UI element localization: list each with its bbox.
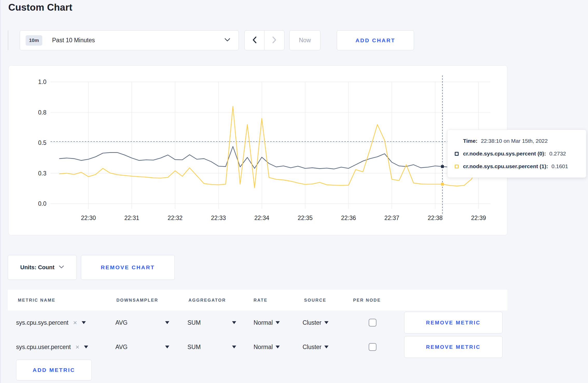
caret-down-icon — [232, 321, 236, 324]
user-percent-swatch-icon — [455, 165, 459, 168]
svg-text:22:33: 22:33 — [211, 215, 226, 221]
svg-text:22:39: 22:39 — [471, 215, 486, 221]
svg-text:22:34: 22:34 — [254, 215, 269, 221]
now-button[interactable]: Now — [289, 30, 320, 50]
time-range-label: Past 10 Minutes — [52, 37, 95, 44]
rate-value: Normal — [254, 319, 273, 326]
caret-down-icon — [276, 321, 280, 324]
source-select[interactable]: Cluster — [303, 344, 328, 351]
chevron-down-icon — [59, 265, 64, 270]
svg-text:0.8: 0.8 — [38, 109, 46, 116]
downsampler-value: AVG — [115, 344, 128, 351]
per-node-checkbox[interactable] — [369, 319, 376, 327]
metric-name-value: sys.cpu.user.percent — [16, 344, 71, 351]
metrics-table-header: METRIC NAME DOWNSAMPLER AGGREGATOR RATE … — [8, 290, 507, 310]
tooltip-time-row: Time: 22:38:10 on Mar 15th, 2022 — [455, 138, 581, 144]
metric-name-select[interactable]: sys.cpu.user.percent × — [16, 343, 88, 351]
col-header-aggregator: AGGREGATOR — [188, 298, 226, 303]
units-label: Units: Count — [20, 264, 54, 271]
metric-name-value: sys.cpu.sys.percent — [16, 319, 68, 326]
chevron-right-icon — [272, 36, 277, 45]
remove-metric-button[interactable]: REMOVE METRIC — [404, 312, 502, 334]
tooltip-series-row: cr.node.sys.cpu.user.percent (1): 0.1601 — [455, 163, 581, 169]
remove-chart-button[interactable]: REMOVE CHART — [81, 255, 175, 280]
per-node-checkbox[interactable] — [369, 343, 376, 351]
metric-name-select[interactable]: sys.cpu.sys.percent × — [16, 319, 86, 327]
svg-text:22:30: 22:30 — [81, 215, 96, 221]
aggregator-select[interactable]: SUM — [187, 344, 236, 351]
tooltip-series-value: 0.1601 — [551, 163, 568, 169]
downsampler-value: AVG — [115, 319, 128, 326]
col-header-metric-name: METRIC NAME — [18, 298, 55, 303]
clear-metric-icon[interactable]: × — [73, 319, 77, 327]
source-select[interactable]: Cluster — [303, 319, 328, 326]
aggregator-select[interactable]: SUM — [187, 319, 236, 326]
chevron-down-icon — [224, 38, 231, 43]
downsampler-select[interactable]: AVG — [115, 319, 169, 326]
tooltip-time-value: 22:38:10 on Mar 15th, 2022 — [481, 138, 548, 144]
prev-interval-button[interactable] — [245, 31, 264, 50]
custom-chart-page: Custom Chart 10m Past 10 Minutes Now ADD… — [0, 0, 588, 383]
caret-down-icon — [165, 346, 169, 349]
add-metric-button[interactable]: ADD METRIC — [16, 360, 92, 380]
caret-down-icon — [82, 321, 86, 324]
tooltip-series-row: cr.node.sys.cpu.sys.percent (0): 0.2732 — [455, 151, 581, 157]
chart-hover-tooltip: Time: 22:38:10 on Mar 15th, 2022 cr.node… — [447, 130, 586, 178]
col-header-rate: RATE — [254, 298, 268, 303]
remove-metric-button[interactable]: REMOVE METRIC — [404, 336, 502, 358]
svg-text:22:37: 22:37 — [384, 215, 400, 221]
svg-text:22:35: 22:35 — [298, 215, 313, 221]
clear-metric-icon[interactable]: × — [75, 343, 79, 351]
cpu-percent-line-chart[interactable]: 0.00.30.50.81.022:3022:3122:3222:3322:34… — [9, 66, 507, 235]
caret-down-icon — [84, 346, 88, 349]
time-range-dropdown[interactable]: 10m Past 10 Minutes — [20, 30, 239, 50]
aggregator-value: SUM — [187, 344, 201, 351]
add-chart-button[interactable]: ADD CHART — [337, 30, 414, 50]
svg-text:0.5: 0.5 — [38, 139, 46, 146]
next-interval-button[interactable] — [264, 31, 284, 50]
col-header-per-node: PER NODE — [353, 298, 381, 303]
svg-text:22:38: 22:38 — [428, 215, 443, 221]
tooltip-series-label: cr.node.sys.cpu.user.percent (1): — [463, 163, 548, 169]
sys-percent-swatch-icon — [455, 152, 459, 156]
col-header-downsampler: DOWNSAMPLER — [116, 298, 158, 303]
caret-down-icon — [165, 321, 169, 324]
tooltip-series-label: cr.node.sys.cpu.sys.percent (0): — [463, 151, 546, 157]
caret-down-icon — [232, 346, 236, 349]
col-header-source: SOURCE — [304, 298, 326, 303]
svg-text:0.0: 0.0 — [38, 200, 46, 207]
metric-row: sys.cpu.sys.percent × AVG SUM Normal Clu… — [8, 310, 507, 335]
page-title: Custom Chart — [8, 2, 72, 13]
svg-text:22:32: 22:32 — [168, 215, 183, 221]
source-value: Cluster — [303, 319, 321, 326]
chevron-left-icon — [252, 36, 257, 45]
time-range-badge: 10m — [26, 35, 42, 46]
metric-row: sys.cpu.user.percent × AVG SUM Normal Cl… — [8, 335, 507, 359]
units-dropdown[interactable]: Units: Count — [8, 255, 77, 280]
svg-text:22:36: 22:36 — [341, 215, 356, 221]
svg-text:1.0: 1.0 — [38, 79, 46, 85]
svg-text:0.3: 0.3 — [38, 170, 46, 177]
tooltip-time-label: Time: — [463, 138, 478, 144]
rate-select[interactable]: Normal — [254, 319, 280, 326]
aggregator-value: SUM — [187, 319, 201, 326]
svg-text:22:31: 22:31 — [124, 215, 139, 221]
caret-down-icon — [324, 321, 328, 324]
downsampler-select[interactable]: AVG — [115, 344, 169, 351]
source-value: Cluster — [303, 344, 321, 351]
toolbar-divider — [8, 30, 8, 50]
time-pager — [244, 30, 284, 50]
rate-select[interactable]: Normal — [254, 344, 280, 351]
caret-down-icon — [276, 346, 280, 349]
caret-down-icon — [324, 346, 328, 349]
chart-panel: 0.00.30.50.81.022:3022:3122:3222:3322:34… — [8, 65, 507, 235]
tooltip-series-value: 0.2732 — [549, 151, 566, 157]
rate-value: Normal — [254, 344, 273, 351]
